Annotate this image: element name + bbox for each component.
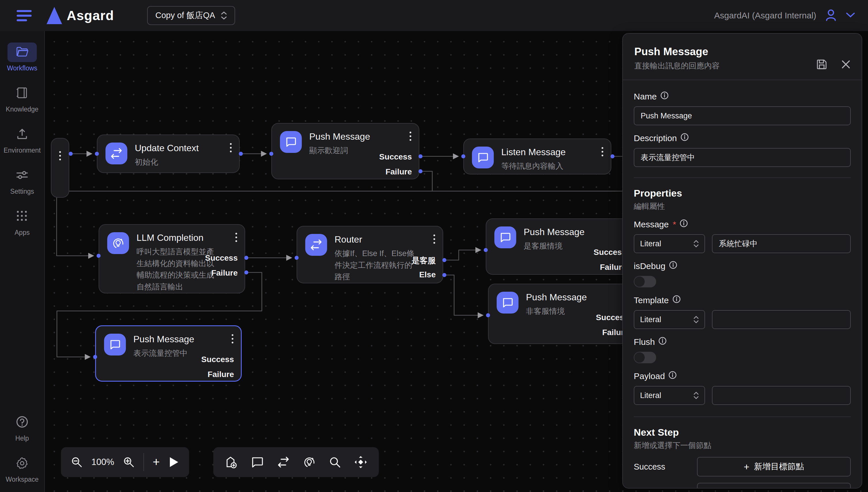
sidebar-item-help[interactable]: Help	[7, 413, 37, 442]
sidebar-item-workspace[interactable]: Workspace	[6, 454, 39, 483]
workflow-node-llm-completion[interactable]: LLM Completion 呼叫大型語言模型並產生結構化的資料輸出以輔助流程的…	[99, 224, 245, 293]
workflow-selector[interactable]: Copy of 飯店QA	[147, 6, 235, 25]
template-type-select[interactable]: Literal	[634, 310, 705, 329]
node-title: Router	[334, 234, 418, 245]
kebab-menu-icon[interactable]	[232, 334, 233, 343]
fit-view-icon[interactable]	[354, 456, 367, 469]
description-label: Description	[634, 133, 677, 143]
template-value-input[interactable]	[712, 310, 851, 329]
search-icon[interactable]	[329, 456, 341, 468]
node-title: Push Message	[526, 292, 587, 303]
play-icon[interactable]	[168, 457, 179, 468]
top-header: Asgard Copy of 飯店QA AsgardAI (Asgard Int…	[0, 0, 868, 31]
zoom-level: 100%	[92, 457, 114, 467]
help-circle-icon	[16, 416, 28, 429]
node-output-1[interactable]: Failure	[207, 370, 234, 379]
workflow-node-router[interactable]: Router 依據If、Else If、Else條件決定工作流程執行的路徑 是客…	[297, 226, 443, 284]
toolbar-divider	[143, 453, 144, 471]
kebab-menu-icon[interactable]	[230, 143, 232, 152]
kebab-menu-icon[interactable]	[235, 233, 237, 242]
node-title: Push Message	[309, 131, 370, 142]
workflow-node-start-stub[interactable]	[51, 138, 69, 198]
llm-icon[interactable]	[303, 456, 316, 468]
properties-title: Properties	[634, 188, 851, 199]
add-target-node-label: 新增目標節點	[754, 461, 804, 472]
workflow-selector-label: Copy of 飯店QA	[155, 10, 215, 21]
info-icon[interactable]	[672, 295, 681, 305]
workflow-node-push-welcome[interactable]: Push Message 顯示歡迎詞 SuccessFailure	[271, 123, 419, 179]
isdebug-toggle[interactable]	[634, 276, 656, 287]
info-icon[interactable]	[679, 219, 688, 230]
sidebar-item-apps[interactable]: Apps	[7, 207, 37, 237]
message-icon[interactable]	[251, 456, 264, 468]
sidebar-item-label: Settings	[10, 188, 34, 195]
sidebar-item-label: Environment	[3, 147, 41, 154]
properties-subtitle: 編輯屬性	[634, 201, 851, 212]
node-output-1[interactable]: Failure	[386, 167, 412, 176]
template-type-value: Literal	[640, 315, 661, 324]
chevron-updown-icon	[694, 316, 699, 323]
user-icon[interactable]	[824, 8, 838, 23]
sidebar-item-label: Workflows	[7, 65, 38, 72]
zoom-in-icon[interactable]	[123, 456, 135, 468]
message-type-select[interactable]: Literal	[634, 234, 705, 253]
payload-type-select[interactable]: Literal	[634, 386, 705, 405]
sidebar-item-knowledge[interactable]: Knowledge	[6, 83, 39, 113]
sidebar-item-label: Knowledge	[6, 105, 39, 113]
workflow-node-push-flow-control[interactable]: Push Message 表示流量控管中 SuccessFailure	[95, 325, 242, 382]
chevron-updown-icon	[694, 392, 699, 399]
kebab-menu-icon[interactable]	[59, 151, 61, 161]
node-subtitle: 等待訊息內容輸入	[501, 161, 566, 172]
required-asterisk: *	[673, 220, 676, 229]
node-subtitle: 初始化	[135, 156, 199, 168]
info-icon[interactable]	[658, 337, 667, 347]
workflow-node-push-non-cs[interactable]: Push Message 非客服情境 SuccessFailure	[488, 284, 636, 344]
kebab-menu-icon[interactable]	[601, 147, 603, 156]
info-icon[interactable]	[669, 261, 677, 271]
close-icon[interactable]	[841, 59, 851, 70]
book-icon	[16, 87, 28, 100]
add-target-node-button[interactable]: + 新增目標節點	[697, 457, 851, 476]
sidebar-item-workflows[interactable]: Workflows	[7, 43, 38, 72]
save-icon[interactable]	[816, 59, 827, 71]
sidebar-item-settings[interactable]: Settings	[7, 166, 37, 195]
workflow-node-update-context[interactable]: Update Context 初始化	[97, 134, 240, 173]
node-subtitle: 顯示歡迎詞	[309, 145, 370, 157]
menu-icon[interactable]	[17, 10, 32, 21]
sliders-icon	[16, 169, 28, 182]
divider	[634, 416, 851, 417]
llm-icon	[107, 232, 129, 254]
name-label: Name	[634, 92, 657, 101]
node-title: Update Context	[135, 143, 199, 153]
info-icon[interactable]	[660, 91, 669, 102]
kebab-menu-icon[interactable]	[433, 235, 435, 244]
chevron-updown-icon	[221, 11, 227, 20]
upload-icon	[16, 128, 28, 141]
workflow-node-listen-message[interactable]: Listen Message 等待訊息內容輸入	[463, 139, 611, 174]
plus-icon: +	[744, 488, 750, 489]
zoom-out-icon[interactable]	[71, 456, 83, 468]
sidebar-item-environment[interactable]: Environment	[3, 125, 41, 154]
next-step-failure-label: Failure	[634, 488, 697, 489]
message-value-input[interactable]	[712, 234, 851, 253]
template-label: Template	[634, 295, 669, 305]
panel-header: Push Message 直接輸出訊息的回應內容	[623, 34, 862, 80]
swap-icon[interactable]	[277, 457, 290, 468]
name-input[interactable]	[634, 106, 851, 125]
kebab-menu-icon[interactable]	[410, 132, 411, 141]
info-icon[interactable]	[668, 371, 677, 382]
panel-title: Push Message	[634, 46, 850, 58]
plus-icon: +	[744, 462, 750, 472]
workflow-node-push-cs[interactable]: Push Message 是客服情境 SuccessFailure	[486, 218, 634, 275]
description-input[interactable]	[634, 148, 851, 167]
add-target-node-button[interactable]: + 新增目標節點	[697, 483, 851, 489]
add-node-icon[interactable]	[225, 456, 238, 468]
payload-value-input[interactable]	[712, 386, 851, 405]
chevron-down-icon[interactable]	[846, 12, 855, 19]
flush-toggle[interactable]	[634, 352, 656, 363]
info-icon[interactable]	[680, 133, 689, 143]
add-icon[interactable]: +	[153, 456, 160, 468]
folder-icon	[16, 46, 28, 58]
swap-icon	[105, 143, 127, 164]
node-subtitle: 表示流量控管中	[133, 347, 194, 359]
